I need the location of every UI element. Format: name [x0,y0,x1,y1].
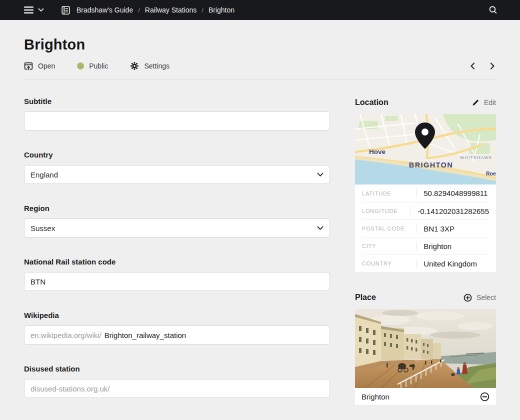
latitude-label: LATITUDE [362,190,416,196]
edit-location-button[interactable]: Edit [472,98,496,106]
region-label: Region [24,204,330,212]
country-select[interactable]: England [24,165,330,184]
wikipedia-input[interactable]: en.wikipedia.org/wiki/ Brighton_railway_… [24,326,330,344]
page-title: Brighton [24,35,496,54]
open-window-icon [24,62,33,70]
map-label-whitehawk: WHITEHAWK [460,155,492,160]
table-row: POSTAL CODE BN1 3XP [362,220,489,237]
region-select[interactable]: Sussex [24,218,330,238]
postal-code-label: POSTAL CODE [362,226,416,232]
minus-circle-icon [480,392,490,402]
latitude-value: 50.8294048999811 [416,189,489,198]
location-map[interactable]: Hove WHITEHAWK BRIGHTON Roe [355,114,496,184]
select-place-button[interactable]: Select [464,294,496,302]
map-label-roedean: Roe [486,170,496,176]
place-header: Place Select [355,292,496,303]
prev-item-button[interactable] [469,62,476,70]
breadcrumb: Bradshaw's Guide / Railway Stations / Br… [61,6,234,15]
breadcrumb-page[interactable]: Brighton [208,6,234,14]
station-code-input[interactable]: BTN [24,272,330,291]
field-station-code: National Rail station code BTN [24,258,330,291]
gear-icon [130,62,139,70]
place-item-name: Brighton [362,392,390,401]
pencil-icon [472,98,480,106]
place-card-footer: Brighton [355,388,496,405]
main-menu-button[interactable] [24,6,44,14]
location-title: Location [355,98,388,107]
field-country: Country England [24,150,330,184]
next-item-button[interactable] [489,62,496,70]
sidebar: Location Edit [355,80,496,405]
country-row-value: United Kingdom [416,260,489,268]
status-label: Public [89,62,108,70]
subtitle-input[interactable] [24,112,330,130]
status-dot [77,62,84,70]
field-region: Region Sussex [24,204,330,238]
map-label-brighton: BRIGHTON [409,161,453,169]
table-row: LATITUDE 50.8294048999811 [362,184,489,202]
field-subtitle: Subtitle [24,97,330,130]
chevron-down-icon [317,172,324,177]
station-code-label: National Rail station code [24,258,330,266]
table-row: COUNTRY United Kingdom [362,254,489,272]
breadcrumb-separator: / [202,6,204,14]
disused-station-placeholder: disused-stations.org.uk/ [30,384,110,393]
edit-form: Subtitle Country England Region Sussex N… [24,80,330,405]
search-icon [488,5,498,15]
field-wikipedia: Wikipedia en.wikipedia.org/wiki/ Brighto… [24,311,330,344]
settings-label: Settings [144,62,170,70]
status-button[interactable]: Public [77,62,108,70]
place-thumbnail [355,309,496,388]
region-value: Sussex [30,224,55,232]
chevron-left-icon [470,62,475,70]
disused-station-input[interactable]: disused-stations.org.uk/ [24,379,330,398]
breadcrumb-separator: / [138,6,140,14]
longitude-label: LONGITUDE [362,208,410,214]
journal-icon [61,6,70,15]
country-label: Country [24,150,330,159]
breadcrumb-site[interactable]: Bradshaw's Guide [76,6,133,14]
country-row-label: COUNTRY [362,260,416,266]
wikipedia-url-prefix: en.wikipedia.org/wiki/ [30,331,102,340]
country-value: England [30,170,58,179]
field-disused-station: Disused station disused-stations.org.uk/ [24,364,330,398]
city-value: Brighton [416,242,489,250]
page-toolbar: Open Public Settings [24,60,496,72]
place-title: Place [355,293,376,302]
open-button[interactable]: Open [24,62,55,70]
location-details-table: LATITUDE 50.8294048999811 LONGITUDE -0.1… [355,184,496,272]
subtitle-label: Subtitle [24,97,330,106]
longitude-value: -0.141202031282655 [410,207,489,216]
chevron-right-icon [490,62,495,70]
wikipedia-label: Wikipedia [24,311,330,320]
breadcrumb-section[interactable]: Railway Stations [145,6,197,14]
location-header: Location Edit [355,97,496,108]
remove-place-button[interactable] [480,392,490,402]
city-label: CITY [362,243,416,249]
settings-button[interactable]: Settings [130,62,170,70]
wikipedia-value: Brighton_railway_station [104,331,186,340]
plus-circle-icon [464,294,472,302]
chevron-down-icon [317,226,324,230]
station-code-value: BTN [30,278,46,286]
hamburger-icon [24,6,34,14]
place-painting [355,309,496,388]
chevron-down-icon [38,8,44,12]
topbar: Bradshaw's Guide / Railway Stations / Br… [0,0,520,20]
open-label: Open [38,62,55,70]
table-row: CITY Brighton [362,237,489,254]
postal-code-value: BN1 3XP [416,224,489,233]
select-label: Select [476,294,496,302]
search-button[interactable] [488,5,498,15]
map-image: Hove WHITEHAWK BRIGHTON Roe [355,114,496,184]
map-label-hove: Hove [369,148,386,156]
edit-label: Edit [484,98,496,106]
table-row: LONGITUDE -0.141202031282655 [362,202,489,220]
disused-station-label: Disused station [24,364,330,373]
